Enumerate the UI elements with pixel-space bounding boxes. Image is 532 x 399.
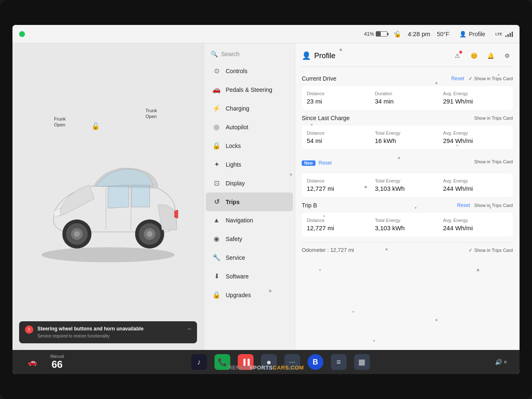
trip-b-card: Distance 12,727 mi Total Energy 3,103 kW… <box>302 213 513 236</box>
odometer-row: Odometer : 12,727 mi ✓ Show in Trips Car… <box>302 242 513 253</box>
car-panel: Frunk Open 🔓 Trunk Open <box>12 43 204 350</box>
trip-a-reset-btn[interactable]: Reset <box>319 160 332 166</box>
volume-display[interactable]: 🔊 × <box>495 359 507 365</box>
taskbar-left: 🚗 Manual 66 <box>25 354 66 370</box>
search-placeholder-text: Search <box>221 51 239 57</box>
current-drive-duration: Duration 34 min <box>375 91 440 105</box>
controls-label: Controls <box>226 68 247 74</box>
signal-bars <box>505 31 513 37</box>
service-icon: 🔧 <box>212 254 221 261</box>
temp-display: 50°F <box>437 31 449 37</box>
speed-unit-label: Manual <box>50 354 64 359</box>
nav-item-charging[interactable]: ⚡ Charging <box>206 99 293 118</box>
svg-point-0 <box>42 247 175 262</box>
current-drive-reset-btn[interactable]: Reset <box>451 76 464 81</box>
nav-item-pedals[interactable]: 🚗 Pedals & Steering <box>206 80 293 99</box>
nav-item-software[interactable]: ⬇ Software <box>206 267 293 286</box>
checkmark-icon: ✓ <box>468 76 473 81</box>
main-content: Frunk Open 🔓 Trunk Open <box>12 43 520 350</box>
nav-item-controls[interactable]: ⊙ Controls <box>206 62 293 80</box>
lights-label: Lights <box>226 161 241 168</box>
dots-app-icon[interactable]: ··· <box>284 354 300 370</box>
status-dot <box>19 31 25 37</box>
bluetooth-app-icon[interactable]: B <box>308 354 323 370</box>
trip-a-label: New Reset <box>302 160 332 166</box>
profile-icon: 👤 <box>459 31 466 37</box>
trip-a-card: Distance 12,727 mi Total Energy 3,103 kW… <box>302 173 513 197</box>
nav-item-lights[interactable]: ✦ Lights <box>206 155 293 174</box>
safety-icon: ◉ <box>212 235 221 243</box>
notes-app-icon[interactable]: ≡ <box>331 354 347 370</box>
locks-icon: 🔒 <box>212 142 221 150</box>
odometer-show-trips: ✓ Show in Trips Card <box>468 247 513 253</box>
profile-title: Profile <box>314 52 335 60</box>
status-bar: 41% 🔓 4:28 pm 50°F 👤 Profile LTE <box>12 25 520 43</box>
current-drive-card: Distance 23 mi Duration 34 min Avg. Ener… <box>302 86 513 110</box>
bluetooth-icon: B <box>313 358 318 367</box>
speed-group: Manual 66 <box>48 354 66 370</box>
circle-app-icon[interactable]: ● <box>261 354 277 370</box>
nav-panel: 🔍 Search ⊙ Controls 🚗 Pedals & Steering … <box>204 43 295 350</box>
trip-b-title: Trip B <box>302 202 317 209</box>
nav-item-display[interactable]: ⊡ Display <box>206 174 293 192</box>
svg-point-8 <box>147 231 153 237</box>
time-display: 4:28 pm <box>408 30 430 37</box>
autopilot-icon: ◎ <box>212 123 221 131</box>
trip-b-total-energy: Total Energy 3,103 kWh <box>375 218 440 232</box>
charging-label: Charging <box>226 105 249 112</box>
lock-icon: 🔓 <box>394 31 401 37</box>
nav-item-upgrades[interactable]: 🔒 Upgrades <box>206 286 293 304</box>
trip-b-reset-btn[interactable]: Reset <box>457 202 470 208</box>
upgrades-label: Upgrades <box>226 292 251 298</box>
phone-app-icon[interactable]: 📞 <box>214 354 230 370</box>
service-label: Service <box>226 254 245 261</box>
navigation-icon: ▲ <box>212 217 221 224</box>
profile-button[interactable]: 👤 Profile <box>456 29 489 39</box>
controls-icon: ⊙ <box>212 67 221 75</box>
display-label: Display <box>226 180 245 187</box>
smiley-icon-btn[interactable]: 😊 <box>468 50 480 62</box>
current-drive-avg-energy: Avg. Energy 291 Wh/mi <box>443 91 508 105</box>
nav-item-navigation[interactable]: ▲ Navigation <box>206 211 293 229</box>
status-right: LTE <box>495 31 513 37</box>
profile-icons-row: ⚠ 😊 🔔 ⚙ <box>451 50 513 62</box>
since-last-charge-header: Since Last Charge Show in Trips Card <box>302 115 513 121</box>
trip-b-avg-energy: Avg. Energy 244 Wh/mi <box>443 218 508 232</box>
autopilot-label: Autopilot <box>226 124 248 131</box>
notes-icon: ≡ <box>336 358 341 367</box>
taskbar-right: 🔊 × <box>495 359 507 365</box>
display-icon: ⊡ <box>212 179 221 187</box>
car-taskbar-icon[interactable]: 🚗 <box>25 355 40 369</box>
nav-item-autopilot[interactable]: ◎ Autopilot <box>206 118 293 136</box>
alert-icon-btn[interactable]: ⚠ <box>451 50 463 62</box>
svg-point-4 <box>74 231 80 237</box>
trip-b-show-trips: Show in Trips Card <box>474 203 513 208</box>
alert-text: Steering wheel buttons and horn unavaila… <box>37 325 183 339</box>
car-svg: ⚡ <box>29 147 187 263</box>
nav-item-safety[interactable]: ◉ Safety <box>206 229 293 248</box>
nav-item-trips[interactable]: ↺ Trips <box>206 192 293 211</box>
media-app-icon[interactable]: ▐▐ <box>238 354 254 370</box>
since-last-charge-right: Show in Trips Card <box>474 116 513 121</box>
nav-item-locks[interactable]: 🔒 Locks <box>206 136 293 155</box>
settings-icon-btn[interactable]: ⚙ <box>501 50 513 62</box>
battery-bar <box>376 31 387 37</box>
since-last-charge-title: Since Last Charge <box>302 115 350 121</box>
dots-icon: ··· <box>289 358 295 367</box>
pedals-icon: 🚗 <box>212 86 221 94</box>
calendar-app-icon[interactable]: ▦ <box>354 354 370 370</box>
nav-item-service[interactable]: 🔧 Service <box>206 248 293 267</box>
trip-a-avg-energy: Avg. Energy 244 Wh/mi <box>443 178 508 192</box>
alert-icon: ! <box>25 325 33 334</box>
volume-mute-icon: × <box>504 359 507 365</box>
trip-a-distance: Distance 12,727 mi <box>307 178 372 192</box>
music-app-icon[interactable]: ♪ <box>191 354 207 370</box>
bell-icon-btn[interactable]: 🔔 <box>485 50 496 62</box>
trip-a-header: New Reset Show in Trips Card <box>302 154 513 169</box>
alert-dismiss-button[interactable]: − <box>187 325 191 333</box>
profile-label: Profile <box>469 31 485 37</box>
search-row: 🔍 Search <box>204 47 295 62</box>
current-drive-distance: Distance 23 mi <box>307 91 372 105</box>
lights-icon: ✦ <box>212 160 221 168</box>
smiley-icon: 😊 <box>470 52 478 59</box>
